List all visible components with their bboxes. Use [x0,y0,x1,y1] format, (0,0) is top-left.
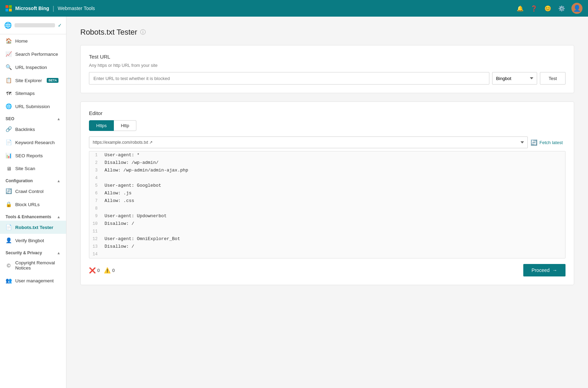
line-content: User-agent: * [102,151,565,159]
settings-icon[interactable]: ⚙️ [558,4,566,12]
beta-badge: BETA [47,78,58,83]
notifications-icon[interactable]: 🔔 [516,4,524,12]
warning-item: ⚠️ 0 [104,267,115,274]
line-content: Disallow: /wp-admin/ [102,159,565,167]
proceed-label: Proceed [532,267,550,273]
site-explorer-icon: 📋 [6,77,12,83]
sitemaps-icon: 🗺 [6,90,12,96]
url-inspect-icon: 🔍 [6,64,12,70]
sidebar-item-url-submission[interactable]: 🌐 URL Submission [0,100,66,113]
backlinks-icon: 🔗 [6,126,12,132]
line-content: User-agent: OmniExplorer_Bot [102,235,565,243]
url-sub-label: URL Submission [15,104,50,109]
block-urls-icon: 🔒 [6,201,12,208]
seo-reports-label: SEO Reports [15,153,43,158]
verify-label: Verify Bingbot [15,238,44,243]
test-button[interactable]: Test [540,72,566,85]
proceed-button[interactable]: Proceed → [523,264,566,276]
check-icon: ✓ [58,23,62,28]
ms-logo-icon [6,5,12,11]
sidebar-item-search-performance[interactable]: 📈 Search Performance [0,47,66,61]
security-label: Security & Privacy [6,250,42,255]
line-content: Allow: .js [102,189,565,197]
site-explorer-label: Site Explorer [15,78,42,83]
seo-label: SEO [6,116,14,121]
globe-icon: 🌐 [4,21,12,29]
sidebar-item-site-scan[interactable]: 🖥 Site Scan [0,162,66,175]
test-url-sublabel: Any https or http URL from your site [89,63,566,68]
sidebar: 🌐 ✓ 🏠 Home 📈 Search Performance 🔍 URL In… [0,17,66,388]
bot-select[interactable]: Bingbot Googlebot MSNBot [492,72,537,85]
robots-url-select[interactable]: https://example.com/robots.txt ↗ [89,136,528,148]
user-mgmt-icon: 👥 [6,277,12,284]
crawl-label: Crawl Control [15,189,44,194]
emoji-icon[interactable]: 😊 [544,4,552,12]
sidebar-item-home[interactable]: 🏠 Home [0,34,66,47]
sidebar-item-sitemaps[interactable]: 🗺 Sitemaps [0,87,66,100]
seo-reports-icon: 📊 [6,152,12,159]
line-number: 3 [89,167,102,174]
avatar[interactable]: 👤 [571,3,582,14]
brand-name: Microsoft Bing [15,6,49,11]
robots-icon: 📄 [6,224,12,230]
sidebar-item-backlinks[interactable]: 🔗 Backlinks [0,123,66,136]
sidebar-item-url-inspection[interactable]: 🔍 URL Inspection [0,61,66,74]
line-number: 2 [89,159,102,167]
sidebar-item-robots-tester[interactable]: 📄 Robots.txt Tester [0,221,66,234]
code-line: 13Disallow: / [89,243,565,250]
topbar: Microsoft Bing | Webmaster Tools 🔔 ❓ 😊 ⚙… [0,0,588,17]
code-line: 2Disallow: /wp-admin/ [89,159,565,167]
info-icon[interactable]: ⓘ [140,29,146,36]
sidebar-item-user-management[interactable]: 👥 User management [0,274,66,287]
code-line: 1User-agent: * [89,151,565,159]
site-scan-icon: 🖥 [6,166,12,171]
url-select-row: https://example.com/robots.txt ↗ [89,136,528,148]
tools-section-header[interactable]: Tools & Enhancements ▲ [0,211,66,221]
tools-label: Tools & Enhancements [6,214,51,219]
robots-label: Robots.txt Tester [15,225,53,230]
seo-section-header[interactable]: SEO ▲ [0,113,66,123]
sidebar-item-seo-reports[interactable]: 📊 SEO Reports [0,149,66,162]
arrow-icon: → [552,267,557,273]
editor-card: Editor Https Http https://example.com/ro… [80,102,574,285]
tab-https[interactable]: Https [89,120,114,131]
copyright-label: Copyright Removal Notices [15,260,61,271]
site-name-placeholder [15,23,55,27]
editor-footer: ❌ 0 ⚠️ 0 Proceed → [89,264,566,276]
sidebar-item-keyword-research[interactable]: 📄 Keyword Research [0,136,66,149]
line-content: Allow: .css [102,197,565,205]
page-title-row: Robots.txt Tester ⓘ [80,28,574,37]
copyright-icon: © [6,263,12,268]
fetch-latest-button[interactable]: 🔄 Fetch latest [528,138,566,147]
block-urls-label: Block URLs [15,202,40,207]
home-label: Home [15,38,28,44]
site-row: 🌐 ✓ [0,17,66,34]
url-test-input[interactable] [89,72,489,85]
code-line: 5User-agent: Googlebot [89,182,565,189]
url-sub-icon: 🌐 [6,103,12,109]
help-icon[interactable]: ❓ [530,4,538,12]
config-section-header[interactable]: Configuration ▲ [0,175,66,185]
code-line: 3Allow: /wp-admin/admin-ajax.php [89,167,565,174]
url-test-row: Bingbot Googlebot MSNBot Test [89,72,566,85]
line-content: User-agent: Googlebot [102,182,565,189]
topbar-right: 🔔 ❓ 😊 ⚙️ 👤 [516,3,582,14]
search-perf-icon: 📈 [6,51,12,57]
sidebar-item-site-explorer[interactable]: 📋 Site Explorer BETA [0,74,66,87]
sidebar-item-block-urls[interactable]: 🔒 Block URLs [0,198,66,211]
error-count-row: ❌ 0 ⚠️ 0 [89,267,115,274]
line-number: 1 [89,151,102,159]
security-section-header[interactable]: Security & Privacy ▲ [0,247,66,257]
sidebar-item-crawl-control[interactable]: 🔄 Crawl Control [0,185,66,198]
line-number: 12 [89,235,102,243]
error-item: ❌ 0 [89,267,100,274]
tab-http[interactable]: Http [114,120,136,131]
sidebar-item-verify-bingbot[interactable]: 👤 Verify Bingbot [0,234,66,247]
code-line: 6Allow: .js [89,189,565,197]
code-editor[interactable]: 1User-agent: *2Disallow: /wp-admin/3Allo… [89,151,566,258]
warning-icon: ⚠️ [104,267,111,274]
test-url-card: Test URL Any https or http URL from your… [80,45,574,93]
line-number: 13 [89,243,102,250]
line-number: 11 [89,228,102,235]
sidebar-item-copyright[interactable]: © Copyright Removal Notices [0,257,66,274]
